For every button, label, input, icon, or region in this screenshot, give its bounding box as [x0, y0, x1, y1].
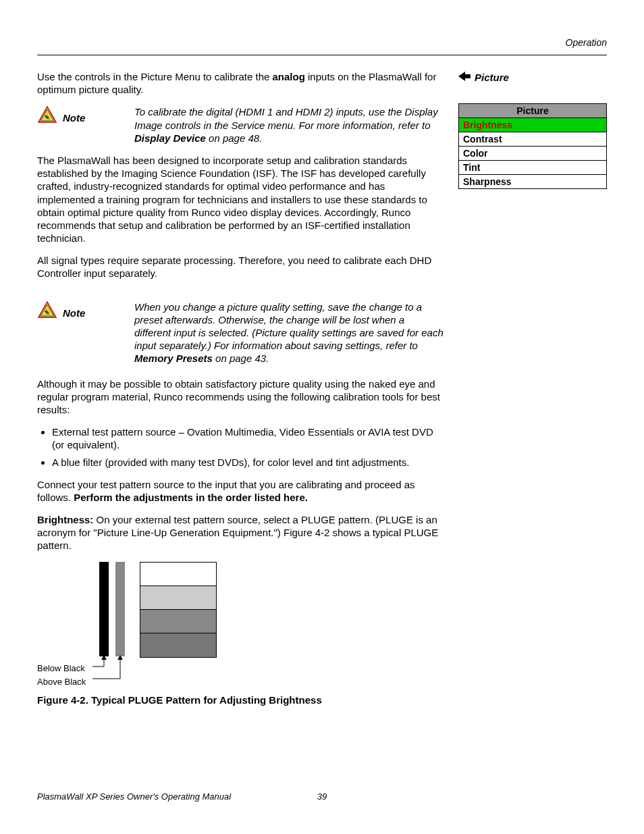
menu-item-brightness: Brightness: [459, 118, 607, 132]
svg-marker-12: [117, 655, 123, 660]
footer-page-number: 39: [37, 791, 607, 802]
svg-marker-13: [458, 72, 471, 81]
note-block-1: ✎ Note To calibrate the digital (HDMI 1 …: [37, 105, 444, 145]
tools-list: External test pattern source – Ovation M…: [37, 425, 444, 469]
note-text-1: To calibrate the digital (HDMI 1 and HDM…: [134, 105, 444, 145]
tools-paragraph: Although it may be possible to obtain sa…: [37, 377, 444, 417]
brightness-paragraph: Brightness: On your external test patter…: [37, 513, 444, 552]
signal-paragraph: All signal types require separate proces…: [37, 254, 444, 280]
menu-item-tint: Tint: [459, 161, 607, 175]
svg-text:✎: ✎: [45, 114, 50, 121]
page: Operation Use the controls in the Pictur…: [0, 0, 644, 834]
note1-b: Display Device: [134, 132, 206, 144]
side-heading-text: Picture: [475, 72, 509, 83]
below-black-label: Below Black: [37, 663, 85, 673]
content-columns: Use the controls in the Picture Menu to …: [37, 70, 607, 718]
brightness-label: Brightness:: [37, 514, 93, 525]
svg-text:✎: ✎: [45, 309, 50, 316]
brightness-text: On your external test pattern source, se…: [37, 514, 438, 551]
swatch-light-gray: [140, 585, 216, 609]
pluge-bar-gray: [115, 562, 125, 656]
pluge-bar-black: [99, 562, 109, 656]
swatch-dark-gray: [140, 633, 216, 656]
intro-text-a: Use the controls in the Picture Menu to …: [37, 71, 273, 82]
note2-a: When you change a picture quality settin…: [134, 301, 444, 352]
pluge-swatches: [140, 562, 217, 658]
note-label: Note: [63, 307, 101, 319]
note1-c: on page 48.: [206, 132, 262, 144]
note-text-2: When you change a picture quality settin…: [134, 301, 444, 365]
list-item: External test pattern source – Ovation M…: [52, 425, 444, 451]
note-label: Note: [63, 112, 101, 124]
figure-caption: Figure 4-2. Typical PLUGE Pattern for Ad…: [37, 694, 444, 706]
isf-paragraph: The PlasmaWall has been designed to inco…: [37, 154, 444, 244]
header-rule: [37, 55, 607, 55]
side-column: Picture Picture Brightness Contrast Colo…: [458, 70, 607, 189]
connect-paragraph: Connect your test pattern source to the …: [37, 478, 444, 504]
svg-marker-9: [101, 655, 107, 660]
list-item: A blue filter (provided with many test D…: [52, 456, 444, 469]
intro-analog: analog: [273, 71, 305, 82]
intro-paragraph: Use the controls in the Picture Menu to …: [37, 70, 444, 96]
note2-c: on page 43.: [213, 353, 269, 364]
arrow-left-icon: [458, 70, 471, 84]
figure-pluge: Below Black Above Black Figure 4-2. Typi…: [37, 562, 444, 706]
page-footer: PlasmaWall XP Series Owner's Operating M…: [37, 791, 607, 802]
pluge-diagram: [99, 562, 444, 677]
picture-menu-table: Picture Brightness Contrast Color Tint S…: [458, 103, 607, 189]
menu-item-color: Color: [459, 147, 607, 161]
swatch-gray: [140, 609, 216, 633]
pluge-arrows: [92, 655, 227, 682]
note2-b: Memory Presets: [134, 353, 213, 364]
note-icon: ✎: [37, 105, 57, 124]
menu-title: Picture: [459, 104, 607, 118]
note-block-2: ✎ Note When you change a picture quality…: [37, 301, 444, 365]
section-header: Operation: [37, 37, 607, 48]
note-icon: ✎: [37, 301, 57, 319]
swatch-white: [140, 563, 216, 585]
above-black-label: Above Black: [37, 677, 86, 687]
menu-item-sharpness: Sharpness: [459, 175, 607, 189]
main-column: Use the controls in the Picture Menu to …: [37, 70, 444, 718]
menu-item-contrast: Contrast: [459, 132, 607, 147]
note1-a: To calibrate the digital (HDMI 1 and HDM…: [134, 106, 438, 130]
side-heading: Picture: [458, 70, 607, 84]
connect-b: Perform the adjustments in the order lis…: [74, 492, 308, 503]
